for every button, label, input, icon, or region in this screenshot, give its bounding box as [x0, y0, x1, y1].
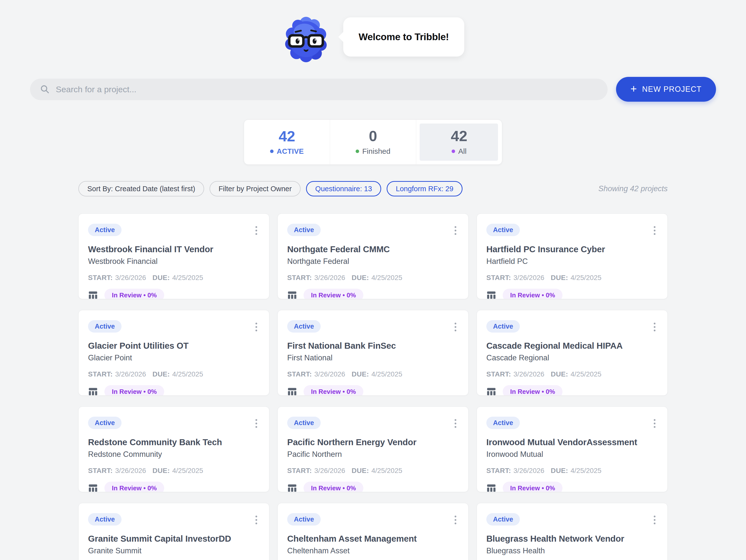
card-subtitle: Cheltenham Asset: [287, 547, 459, 555]
kebab-menu-button[interactable]: [651, 321, 658, 333]
card-title: Granite Summit Capital InvestorDD: [88, 534, 260, 543]
status-badge: Active: [88, 224, 121, 236]
kebab-menu-button[interactable]: [651, 224, 658, 237]
status-badge: Active: [287, 417, 321, 429]
kebab-menu-button[interactable]: [651, 417, 658, 430]
start-date: 3/26/2026: [513, 467, 544, 475]
card-dates: START: 3/26/2026 DUE: 4/25/2025: [88, 370, 260, 378]
card-dates: START: 3/26/2026 DUE: 4/25/2025: [287, 274, 459, 282]
due-date: 4/25/2025: [571, 370, 602, 378]
review-status-badge: In Review • 0%: [304, 385, 363, 396]
review-status-badge: In Review • 0%: [105, 482, 164, 492]
kebab-menu-button[interactable]: [253, 224, 260, 237]
new-project-button[interactable]: + NEW PROJECT: [616, 77, 716, 102]
due-label: DUE:: [352, 467, 369, 475]
due-date: 4/25/2025: [172, 467, 203, 475]
search-input[interactable]: [56, 85, 603, 94]
kebab-menu-button[interactable]: [452, 321, 459, 333]
kebab-menu-button[interactable]: [253, 514, 260, 526]
due-date: 4/25/2025: [571, 274, 602, 282]
card-dates: START: 3/26/2026 DUE: 4/25/2025: [287, 467, 459, 475]
card-subtitle: Hartfield PC: [486, 257, 658, 266]
review-status-badge: In Review • 0%: [503, 385, 563, 396]
kebab-menu-button[interactable]: [452, 417, 459, 430]
card-title: Pacific Northern Energy Vendor: [287, 437, 459, 447]
start-label: START:: [486, 467, 511, 475]
kebab-menu-button[interactable]: [651, 514, 658, 526]
card-title: Redstone Community Bank Tech: [88, 437, 260, 447]
showing-projects-count: Showing 42 projects: [598, 184, 668, 193]
table-icon: [287, 483, 297, 492]
due-date: 4/25/2025: [372, 274, 403, 282]
due-date: 4/25/2025: [571, 467, 602, 475]
card-title: First National Bank FinSec: [287, 341, 459, 351]
start-date: 3/26/2026: [115, 467, 146, 475]
search-box[interactable]: [30, 79, 608, 100]
kebab-menu-button[interactable]: [253, 321, 260, 333]
project-card[interactable]: Active Pacific Northern Energy Vendor Pa…: [278, 407, 468, 492]
longform-rfx-filter-chip[interactable]: Longform RFx: 29: [386, 181, 462, 196]
card-dates: START: 3/26/2026 DUE: 4/25/2025: [88, 274, 260, 282]
project-card[interactable]: Active Northgate Federal CMMC Northgate …: [278, 214, 468, 299]
status-badge: Active: [88, 417, 121, 429]
status-badge: Active: [486, 320, 520, 333]
welcome-speech-bubble: Welcome to Tribble!: [343, 17, 464, 57]
project-card[interactable]: Active Redstone Community Bank Tech Reds…: [78, 407, 269, 492]
project-grid: Active Westbrook Financial IT Vendor Wes…: [78, 214, 668, 560]
project-card[interactable]: Active Hartfield PC Insurance Cyber Hart…: [477, 214, 668, 299]
kebab-menu-button[interactable]: [452, 224, 459, 237]
start-label: START:: [486, 370, 511, 378]
review-status-badge: In Review • 0%: [105, 385, 164, 396]
project-card[interactable]: Active Cheltenham Asset Management Chelt…: [278, 503, 468, 560]
status-badge: Active: [486, 513, 520, 526]
project-card[interactable]: Active First National Bank FinSec First …: [278, 310, 468, 396]
card-subtitle: Ironwood Mutual: [486, 450, 658, 459]
start-date: 3/26/2026: [513, 274, 544, 282]
start-date: 3/26/2026: [314, 467, 345, 475]
card-title: Hartfield PC Insurance Cyber: [486, 244, 658, 254]
filter-owner-chip[interactable]: Filter by Project Owner: [209, 181, 300, 196]
new-project-label: NEW PROJECT: [642, 85, 701, 94]
table-icon: [486, 483, 496, 492]
project-card[interactable]: Active Glacier Point Utilities OT Glacie…: [78, 310, 269, 396]
filters-row: Sort By: Created Date (latest first) Fil…: [78, 181, 668, 196]
card-dates: START: 3/26/2026 DUE: 4/25/2025: [486, 370, 658, 378]
project-card[interactable]: Active Granite Summit Capital InvestorDD…: [78, 503, 269, 560]
card-title: Glacier Point Utilities OT: [88, 341, 260, 351]
card-subtitle: Glacier Point: [88, 354, 260, 362]
stat-tab-all[interactable]: 42 All: [416, 120, 502, 164]
start-date: 3/26/2026: [115, 274, 146, 282]
due-date: 4/25/2025: [372, 370, 403, 378]
sort-by-chip[interactable]: Sort By: Created Date (latest first): [78, 181, 204, 196]
due-date: 4/25/2025: [172, 370, 203, 378]
card-subtitle: Cascade Regional: [486, 354, 658, 362]
start-label: START:: [88, 370, 113, 378]
search-icon: [40, 84, 50, 94]
kebab-menu-button[interactable]: [452, 514, 459, 526]
kebab-menu-button[interactable]: [253, 417, 260, 430]
due-label: DUE:: [152, 467, 170, 475]
card-subtitle: First National: [287, 354, 459, 362]
card-title: Northgate Federal CMMC: [287, 244, 459, 254]
project-card[interactable]: Active Ironwood Mutual VendorAssessment …: [477, 407, 668, 492]
card-dates: START: 3/26/2026 DUE: 4/25/2025: [486, 274, 658, 282]
start-label: START:: [287, 467, 312, 475]
card-title: Cascade Regional Medical HIPAA: [486, 341, 658, 351]
review-status-badge: In Review • 0%: [503, 482, 563, 492]
project-card[interactable]: Active Cascade Regional Medical HIPAA Ca…: [477, 310, 668, 396]
stat-active-count: 42: [279, 129, 295, 144]
card-subtitle: Granite Summit: [88, 547, 260, 555]
status-badge: Active: [486, 224, 520, 236]
start-date: 3/26/2026: [314, 370, 345, 378]
questionnaire-filter-chip[interactable]: Questionnaire: 13: [306, 181, 381, 196]
project-card[interactable]: Active Westbrook Financial IT Vendor Wes…: [78, 214, 269, 299]
due-date: 4/25/2025: [172, 274, 203, 282]
status-badge: Active: [287, 224, 321, 236]
stat-tab-finished[interactable]: 0 Finished: [330, 120, 416, 164]
project-card[interactable]: Active Bluegrass Health Network Vendor B…: [477, 503, 668, 560]
start-date: 3/26/2026: [115, 370, 146, 378]
table-icon: [88, 483, 98, 492]
due-label: DUE:: [352, 274, 369, 282]
table-icon: [88, 387, 98, 396]
stat-tab-active[interactable]: 42 ACTIVE: [244, 120, 330, 164]
